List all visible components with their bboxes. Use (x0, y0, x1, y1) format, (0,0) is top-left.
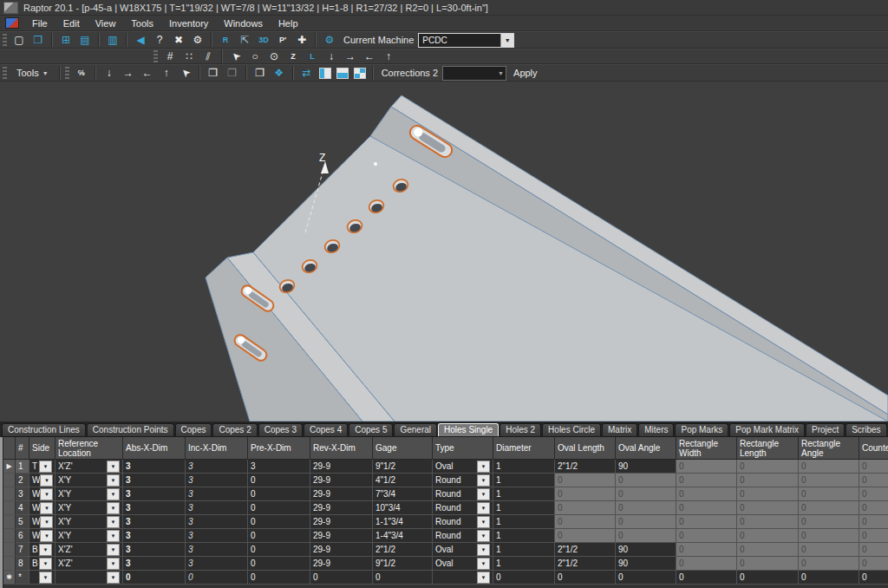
machine-gear-icon[interactable]: ⚙ (320, 32, 339, 48)
column-header-rl[interactable]: Rectangle Length (737, 437, 799, 460)
cell-rev-x-dim[interactable]: 29-9 (310, 474, 373, 487)
cell-inc-x-dim[interactable]: 0 (186, 571, 248, 585)
cell-inc-x-dim[interactable]: 3 (186, 501, 248, 515)
chevron-down-icon[interactable]: ▼ (39, 461, 52, 473)
cell-oval-angle[interactable]: 90 (616, 557, 676, 571)
menu-item-file[interactable]: File (24, 16, 56, 30)
cell-oval-length[interactable]: 2"1/2 (555, 543, 616, 557)
move-left-icon[interactable]: ← (138, 65, 157, 81)
chevron-down-icon[interactable]: ▼ (40, 530, 53, 542)
chevron-down-icon[interactable]: ▼ (40, 488, 53, 500)
open-folder-icon[interactable]: ❒ (29, 32, 48, 48)
cell-rectangle-angle[interactable]: 0 (799, 571, 859, 585)
chevron-down-icon[interactable]: ▼ (107, 488, 120, 500)
menu-item-edit[interactable]: Edit (56, 16, 88, 30)
cell-diameter[interactable]: 1 (493, 515, 555, 529)
tab-miters[interactable]: Miters (638, 423, 674, 436)
chevron-down-icon[interactable]: ▼ (40, 516, 53, 528)
chevron-down-icon[interactable]: ▼ (477, 558, 490, 570)
tab-pop-mark-matrix[interactable]: Pop Mark Matrix (729, 423, 805, 436)
column-header-gage[interactable]: Gage (373, 437, 433, 460)
tab-holes-circle[interactable]: Holes Circle (542, 423, 601, 436)
chevron-down-icon[interactable]: ▼ (107, 572, 120, 584)
cell-type[interactable]: ▼ (433, 571, 493, 585)
cell-reference-location[interactable]: X'Y▼ (56, 487, 123, 501)
column-header-oang[interactable]: Oval Angle (616, 437, 676, 460)
view-grid-icon[interactable]: ⊞ (56, 32, 75, 48)
cell-gage[interactable]: 10"3/4 (373, 501, 433, 515)
cell-number[interactable]: 6 (16, 529, 29, 543)
arrow-left-icon[interactable]: ← (360, 49, 379, 64)
split-view-left-icon[interactable] (319, 68, 331, 79)
cell-reference-location[interactable]: X'Y▼ (56, 474, 123, 487)
code-icon[interactable]: ℅ (72, 65, 91, 81)
apply-button[interactable]: Apply (506, 66, 545, 80)
cell-gage[interactable]: 7"3/4 (373, 487, 433, 501)
tab-copes[interactable]: Copes (175, 423, 212, 436)
tab-copes-2[interactable]: Copes 2 (212, 423, 257, 436)
tools-dropdown-button[interactable]: Tools ▼ (10, 66, 56, 80)
cell-side[interactable]: B▼ (29, 543, 56, 557)
cell-pre-x-dim[interactable]: 0 (248, 543, 310, 557)
tab-copes-3[interactable]: Copes 3 (258, 423, 303, 436)
tab-scribes[interactable]: Scribes (846, 423, 886, 436)
menu-item-tools[interactable]: Tools (123, 16, 161, 30)
cell-inc-x-dim[interactable]: 3 (186, 515, 248, 529)
menu-item-help[interactable]: Help (271, 16, 306, 30)
z-shape-icon[interactable]: Z (284, 49, 303, 64)
cell-inc-x-dim[interactable]: 3 (186, 460, 248, 474)
new-file-icon[interactable]: ▢ (10, 32, 29, 48)
row-selector[interactable] (3, 501, 16, 515)
l-profile-icon[interactable]: L (303, 49, 322, 64)
corrections-input[interactable]: ▼ (442, 66, 506, 81)
cell-type[interactable]: Round▼ (433, 474, 493, 487)
cell-number[interactable]: 3 (16, 487, 29, 501)
settings-gear-icon[interactable]: ⚙ (188, 32, 207, 48)
cell-side[interactable]: T▼ (29, 460, 56, 474)
cell-pre-x-dim[interactable]: 0 (248, 515, 310, 529)
cell-abs-x-dim[interactable]: 3 (123, 543, 186, 557)
row-selector[interactable] (3, 474, 16, 487)
column-header-side[interactable]: Side (29, 437, 56, 460)
view-3d-icon[interactable]: 3D (254, 32, 273, 48)
grid-icon[interactable]: # (160, 49, 180, 64)
cell-type[interactable]: Oval▼ (433, 460, 493, 474)
cell-pre-x-dim[interactable]: 0 (248, 529, 310, 543)
column-header-rw[interactable]: Rectangle Width (676, 437, 737, 460)
cell-reference-location[interactable]: X'Z'▼ (56, 557, 123, 571)
cell-type[interactable]: Round▼ (433, 529, 493, 543)
column-header-rev[interactable]: Rev-X-Dim (310, 437, 373, 460)
column-header-inc[interactable]: Inc-X-Dim (186, 437, 248, 460)
cell-number[interactable]: 8 (16, 557, 29, 571)
chevron-down-icon[interactable]: ▼ (40, 502, 53, 514)
cell-oval-angle[interactable]: 90 (616, 543, 676, 557)
cell-inc-x-dim[interactable]: 3 (186, 474, 248, 487)
tab-construction-points[interactable]: Construction Points (87, 423, 174, 436)
menu-item-inventory[interactable]: Inventory (161, 16, 216, 30)
chevron-down-icon[interactable]: ▼ (107, 474, 120, 487)
chevron-down-icon[interactable]: ▼ (477, 488, 490, 500)
cell-number[interactable]: 1 (16, 460, 29, 474)
cell-number[interactable]: 5 (16, 515, 29, 529)
column-header-cnt[interactable]: Counter (859, 437, 888, 460)
cell-rev-x-dim[interactable]: 29-9 (310, 501, 373, 515)
cell-diameter[interactable]: 1 (493, 557, 555, 571)
chevron-down-icon[interactable]: ▼ (477, 572, 490, 584)
cell-diameter[interactable]: 1 (493, 487, 555, 501)
row-selector[interactable] (3, 487, 16, 501)
cell-side[interactable]: W▼ (29, 529, 56, 543)
cell-gage[interactable]: 1-4"3/4 (373, 529, 433, 543)
cell-gage[interactable]: 4"1/2 (373, 474, 433, 487)
cell-number[interactable]: 7 (16, 543, 29, 557)
tab-project[interactable]: Project (806, 423, 845, 436)
chevron-down-icon[interactable]: ▼ (477, 530, 490, 542)
chevron-down-icon[interactable]: ▼ (107, 558, 120, 570)
cell-diameter[interactable]: 1 (493, 460, 555, 474)
cell-rectangle-width[interactable]: 0 (676, 571, 737, 585)
back-icon[interactable]: ◀ (131, 32, 150, 48)
cell-oval-length[interactable]: 0 (555, 571, 616, 585)
row-selector[interactable] (3, 515, 16, 529)
move-down-icon[interactable]: ↓ (100, 65, 119, 81)
document-icon[interactable] (5, 17, 19, 29)
chevron-down-icon[interactable]: ▼ (477, 461, 490, 473)
